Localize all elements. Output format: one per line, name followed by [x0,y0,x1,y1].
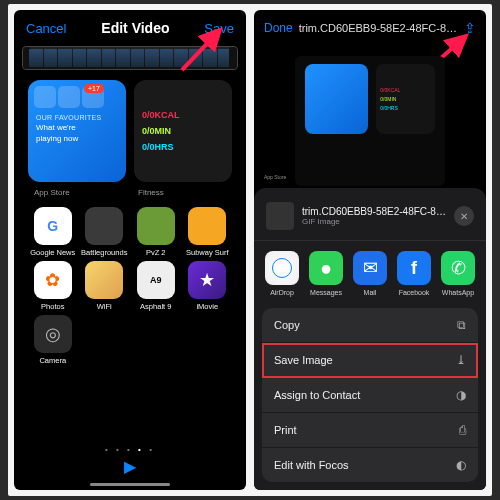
action-label: Copy [274,319,300,331]
share-whatsapp[interactable]: WhatsApp [438,251,478,296]
app-icon [137,207,175,245]
share-icon[interactable]: ⇪ [464,20,476,36]
action-copy[interactable]: Copy⧉ [262,308,478,343]
app-label: Camera [39,356,66,365]
app-label: iMovie [196,302,218,311]
share-mail[interactable]: Mail [350,251,390,296]
widget-label-appstore: App Store [26,186,130,199]
widget-label-fitness: Fitness [130,186,234,199]
save-button[interactable]: Save [204,21,234,36]
share-app-label: Facebook [399,289,430,296]
fitness-widget: 0/0KCAL 0/0MIN 0/0HRS [134,80,232,182]
home-indicator[interactable] [90,483,170,486]
action-label: Print [274,424,297,436]
app-label: Asphalt 9 [140,302,171,311]
appstore-widget: +17 OUR FAVOURITES What we're playing no… [28,80,126,182]
app-photos[interactable]: Photos [28,261,78,311]
action-icon: ◑ [456,388,466,402]
file-name: trim.CD60EBB9-58E2-48FC-8552-7… [302,206,446,217]
messages-icon [309,251,343,285]
app-battlegrounds[interactable]: Battlegrounds [80,207,130,257]
action-icon: ⎙ [459,423,466,437]
play-button[interactable]: ▶ [124,457,136,476]
file-type: GIF Image [302,217,446,226]
action-label: Save Image [274,354,333,366]
app-icon [85,261,123,299]
cancel-button[interactable]: Cancel [26,21,66,36]
airdrop-icon [265,251,299,285]
share-sheet: trim.CD60EBB9-58E2-48FC-8552-7… GIF Imag… [254,188,486,490]
app-label: Subway Surf [186,248,229,257]
phone-share-sheet: Done trim.CD60EBB9-58E2-48FC-855… ⇪ 0/0K… [254,10,486,490]
app-wifi[interactable]: WiFi [80,261,130,311]
gif-preview: 0/0KCAL 0/0MIN 0/0HRS App Store [295,56,445,186]
app-label: WiFi [97,302,112,311]
app-icon [188,261,226,299]
share-app-label: AirDrop [270,289,294,296]
action-assign-to-contact[interactable]: Assign to Contact◑ [262,378,478,413]
share-facebook[interactable]: fFacebook [394,251,434,296]
app-google-news[interactable]: Google News [28,207,78,257]
header-filename: trim.CD60EBB9-58E2-48FC-855… [299,22,458,34]
mail-icon [353,251,387,285]
app-subway-surf[interactable]: Subway Surf [183,207,233,257]
action-icon: ⤓ [456,353,466,367]
app-icon [34,261,72,299]
app-icon: A9 [137,261,175,299]
badge-count: +17 [84,84,104,93]
app-label: Battlegrounds [81,248,127,257]
phone-edit-video: Cancel Edit Video Save +17 OUR FAVOURITE… [14,10,246,490]
app-icon [34,315,72,353]
close-sheet-button[interactable]: ✕ [454,206,474,226]
page-dots: • • • • • [14,445,246,454]
share-app-label: Mail [364,289,377,296]
action-edit-with-focos[interactable]: Edit with Focos◐ [262,448,478,482]
share-app-label: Messages [310,289,342,296]
facebook-icon: f [397,251,431,285]
page-title: Edit Video [101,20,169,36]
app-label: Google News [30,248,75,257]
video-preview-homescreen: +17 OUR FAVOURITES What we're playing no… [26,76,234,406]
action-save-image[interactable]: Save Image⤓ [262,343,478,378]
share-app-label: WhatsApp [442,289,474,296]
app-label: PvZ 2 [146,248,166,257]
app-camera[interactable]: Camera [28,315,78,365]
done-button[interactable]: Done [264,21,293,35]
video-trim-bar[interactable] [22,46,238,70]
app-label: Photos [41,302,64,311]
app-imovie[interactable]: iMovie [183,261,233,311]
app-asphalt-9[interactable]: A9Asphalt 9 [131,261,181,311]
app-pvz-2[interactable]: PvZ 2 [131,207,181,257]
action-print[interactable]: Print⎙ [262,413,478,448]
action-label: Assign to Contact [274,389,360,401]
app-icon [34,207,72,245]
action-icon: ⧉ [457,318,466,332]
action-icon: ◐ [456,458,466,472]
app-icon [188,207,226,245]
share-airdrop[interactable]: AirDrop [262,251,302,296]
file-thumbnail [266,202,294,230]
share-messages[interactable]: Messages [306,251,346,296]
app-icon [85,207,123,245]
whatsapp-icon [441,251,475,285]
action-label: Edit with Focos [274,459,349,471]
